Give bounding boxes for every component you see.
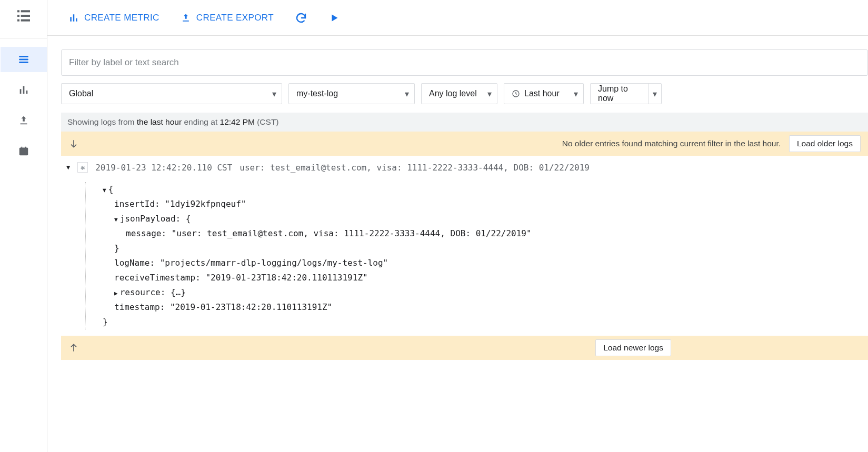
create-metric-button[interactable]: CREATE METRIC	[68, 13, 159, 23]
log-entry-expanded: ▼{ insertId: "1dyi92kfpnqeuf" ▼jsonPaylo…	[85, 182, 868, 329]
left-sidebar	[0, 0, 47, 452]
resource-dropdown-label: Global	[69, 89, 268, 98]
log-viewer-content: Global ▾ my-test-log ▾ Any log level ▾ L…	[47, 36, 868, 360]
sidebar-item-metrics[interactable]	[1, 77, 47, 103]
top-toolbar: CREATE METRIC CREATE EXPORT	[47, 0, 868, 36]
time-range-label: Last hour	[524, 89, 570, 98]
collapse-jsonpayload-toggle[interactable]: ▼	[114, 216, 118, 223]
chevron-down-icon: ▾	[653, 89, 657, 99]
jump-to-now-button[interactable]: Jump to now ▾	[590, 83, 662, 104]
jump-dropdown-toggle[interactable]: ▾	[648, 84, 661, 104]
sidebar-item-logs[interactable]	[1, 47, 47, 72]
no-older-entries-message: No older entries found matching current …	[562, 139, 781, 148]
chevron-down-icon: ▾	[574, 89, 578, 99]
status-bar: Showing logs from the last hour ending a…	[61, 113, 868, 132]
severity-indicator[interactable]: ✱	[77, 162, 88, 173]
play-button[interactable]	[328, 12, 340, 24]
newer-entries-bar: Load newer logs	[61, 336, 868, 360]
log-name-dropdown-label: my-test-log	[296, 89, 401, 98]
sidebar-item-exports[interactable]	[1, 108, 47, 133]
log-entry: ▼ ✱ 2019-01-23 12:42:20.110 CST user: te…	[61, 156, 868, 336]
svg-rect-2	[17, 15, 19, 17]
older-entries-bar: No older entries found matching current …	[61, 132, 868, 156]
scroll-down-arrow-icon[interactable]	[68, 138, 79, 149]
log-summary-text: user: test_email@test.com, visa: 1111-22…	[240, 163, 590, 173]
expand-resource-toggle[interactable]: ▶	[114, 290, 118, 297]
chevron-down-icon: ▾	[405, 89, 409, 99]
logging-product-icon	[15, 7, 32, 24]
create-export-label: CREATE EXPORT	[196, 13, 274, 23]
svg-rect-6	[19, 148, 27, 155]
sidebar-divider	[0, 38, 47, 38]
scroll-up-arrow-icon[interactable]	[68, 343, 79, 353]
filter-input[interactable]	[61, 49, 868, 76]
collapse-object-toggle[interactable]: ▼	[103, 187, 106, 194]
time-range-dropdown[interactable]: Last hour ▾	[504, 83, 584, 104]
log-level-dropdown[interactable]: Any log level ▾	[421, 83, 497, 104]
upload-icon	[181, 13, 191, 23]
log-level-dropdown-label: Any log level	[429, 89, 483, 98]
bar-chart-icon	[68, 13, 79, 23]
filter-dropdown-row: Global ▾ my-test-log ▾ Any log level ▾ L…	[61, 83, 868, 104]
log-name-dropdown[interactable]: my-test-log ▾	[288, 83, 415, 104]
svg-rect-0	[17, 10, 19, 12]
sidebar-item-resource-usage[interactable]	[1, 138, 47, 164]
resource-dropdown[interactable]: Global ▾	[61, 83, 282, 104]
svg-rect-5	[21, 19, 29, 22]
log-timestamp: 2019-01-23 12:42:20.110 CST	[95, 163, 232, 173]
jump-to-now-label: Jump to now	[598, 84, 644, 103]
refresh-button[interactable]	[295, 12, 307, 24]
log-entry-summary-row[interactable]: ▼ ✱ 2019-01-23 12:42:20.110 CST user: te…	[66, 162, 868, 173]
load-newer-logs-button[interactable]: Load newer logs	[595, 339, 671, 356]
create-metric-label: CREATE METRIC	[84, 13, 159, 23]
chevron-down-icon: ▾	[487, 89, 492, 99]
svg-rect-3	[21, 15, 29, 17]
expand-entry-toggle[interactable]: ▼	[66, 164, 70, 171]
svg-rect-1	[21, 10, 29, 12]
create-export-button[interactable]: CREATE EXPORT	[181, 13, 274, 23]
status-text: Showing logs from the last hour ending a…	[67, 117, 279, 127]
load-older-logs-button[interactable]: Load older logs	[789, 135, 861, 152]
clock-icon	[512, 89, 520, 98]
svg-rect-4	[17, 19, 19, 22]
chevron-down-icon: ▾	[272, 89, 276, 99]
main-content: CREATE METRIC CREATE EXPORT Global ▾ my-…	[47, 0, 868, 452]
